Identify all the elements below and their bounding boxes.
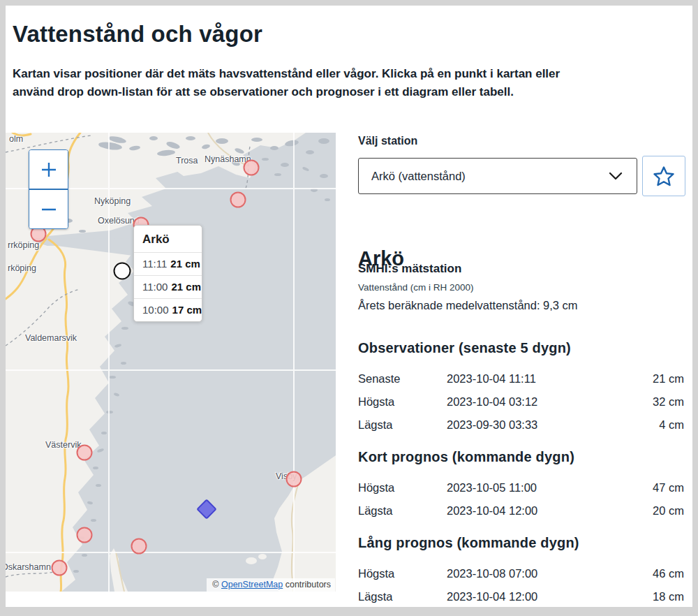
row-date: 2023-10-04 12:00	[447, 590, 653, 603]
map-label: Nyköping	[94, 196, 131, 206]
tooltip-observations: 11:1121 cm11:0021 cm10:0017 cm	[134, 252, 202, 321]
station-tooltip: Arkö 11:1121 cm11:0021 cm10:0017 cm	[133, 225, 202, 322]
attribution-prefix: ©	[212, 580, 221, 589]
data-section: Lång prognos (kommande dygn)Högsta2023-1…	[358, 534, 684, 608]
table-row: Högsta2023-10-05 11:0047 cm	[358, 476, 684, 499]
map-label: Oskarshamn	[6, 562, 51, 572]
intro-text: Kartan visar positioner där det mäts hav…	[13, 65, 597, 101]
station-unit: Vattenstånd (cm i RH 2000)	[358, 282, 474, 293]
data-section: Kort prognos (kommande dygn)Högsta2023-1…	[358, 448, 684, 522]
row-value: 47 cm	[653, 481, 684, 494]
page: Vattenstånd och vågor Kartan visar posit…	[0, 0, 698, 616]
row-label: Lägsta	[358, 590, 447, 603]
station-select-dropdown[interactable]: Arkö (vattenstånd)	[358, 158, 637, 194]
minus-icon	[40, 200, 58, 219]
attribution-suffix: contributors	[283, 580, 331, 589]
table-row: Lägsta2023-09-30 03:334 cm	[358, 413, 684, 437]
map-label: rköping	[8, 263, 36, 273]
tooltip-row: 11:1121 cm	[134, 252, 202, 275]
section-heading: Kort prognos (kommande dygn)	[358, 448, 684, 465]
section-heading: Observationer (senaste 5 dygn)	[358, 339, 684, 356]
row-label: Högsta	[358, 481, 447, 494]
row-label: Högsta	[358, 395, 447, 409]
row-date: 2023-10-04 03:12	[447, 395, 653, 409]
plus-icon	[40, 161, 58, 179]
tooltip-station-name: Arkö	[134, 226, 202, 252]
row-label: Lägsta	[358, 418, 447, 432]
row-date: 2023-10-04 11:11	[447, 372, 653, 386]
map-label: Valdemarsvik	[25, 333, 77, 343]
table-row: Lägsta2023-10-04 12:0018 cm	[358, 585, 684, 608]
tooltip-value: 21 cm	[171, 281, 201, 293]
station-marker[interactable]	[244, 160, 260, 176]
row-value: 18 cm	[653, 590, 684, 603]
station-data-sections: Observationer (senaste 5 dygn)Senaste202…	[358, 339, 684, 608]
selected-station-marker[interactable]	[114, 263, 131, 280]
selected-station-value: Arkö (vattenstånd)	[371, 170, 466, 183]
favorite-station-button[interactable]	[642, 156, 685, 196]
station-map[interactable]: olmTrosaNynäshamnNyköpingOxelösundrrköpi…	[6, 133, 336, 592]
station-type: SMHI:s mätstation	[358, 262, 461, 276]
map-label: rrköping	[8, 240, 39, 250]
zoom-in-button[interactable]	[29, 150, 68, 189]
tooltip-value: 17 cm	[172, 304, 202, 316]
tooltip-row: 11:0021 cm	[134, 275, 202, 298]
station-mean-water-level: Årets beräknade medelvattenstånd: 9,3 cm	[358, 299, 578, 312]
station-marker[interactable]	[77, 445, 93, 461]
row-value: 21 cm	[653, 372, 684, 386]
map-attribution: © OpenStreetMap contributors	[207, 578, 335, 592]
tooltip-time: 11:11	[142, 258, 167, 270]
row-date: 2023-10-05 11:00	[447, 481, 653, 494]
tooltip-row: 10:0017 cm	[134, 298, 202, 321]
table-row: Lägsta2023-10-04 12:0020 cm	[358, 499, 684, 522]
station-marker[interactable]	[52, 560, 68, 576]
tooltip-value: 21 cm	[170, 258, 200, 270]
map-label: Västervik	[45, 440, 81, 450]
row-value: 20 cm	[653, 504, 684, 518]
station-marker[interactable]	[131, 538, 147, 555]
chevron-down-icon	[609, 172, 623, 180]
map-zoom-control	[29, 149, 68, 229]
row-label: Högsta	[358, 567, 447, 580]
station-select-label: Välj station	[358, 135, 417, 147]
station-marker[interactable]	[77, 527, 93, 543]
station-marker[interactable]	[230, 192, 246, 208]
row-label: Lägsta	[358, 504, 447, 518]
table-row: Högsta2023-10-08 07:0046 cm	[358, 562, 684, 585]
data-section: Observationer (senaste 5 dygn)Senaste202…	[358, 339, 684, 437]
tooltip-time: 10:00	[142, 304, 169, 316]
station-marker[interactable]	[286, 471, 302, 487]
row-date: 2023-10-08 07:00	[447, 567, 653, 580]
table-row: Senaste2023-10-04 11:1121 cm	[358, 367, 684, 390]
row-value: 32 cm	[653, 395, 684, 409]
row-value: 4 cm	[659, 418, 684, 432]
section-heading: Lång prognos (kommande dygn)	[358, 534, 684, 551]
table-row: Högsta2023-10-04 03:1232 cm	[358, 390, 684, 413]
page-title: Vattenstånd och vågor	[13, 21, 262, 47]
openstreetmap-link[interactable]: OpenStreetMap	[221, 580, 283, 589]
tooltip-time: 11:00	[142, 281, 168, 293]
row-date: 2023-09-30 03:33	[447, 418, 659, 432]
row-date: 2023-10-04 12:00	[447, 504, 653, 518]
row-value: 46 cm	[653, 567, 684, 580]
map-label: Trosa	[176, 156, 198, 166]
star-icon	[653, 166, 675, 187]
zoom-out-button[interactable]	[29, 190, 68, 228]
map-label: olm	[9, 134, 23, 144]
row-label: Senaste	[358, 372, 447, 386]
